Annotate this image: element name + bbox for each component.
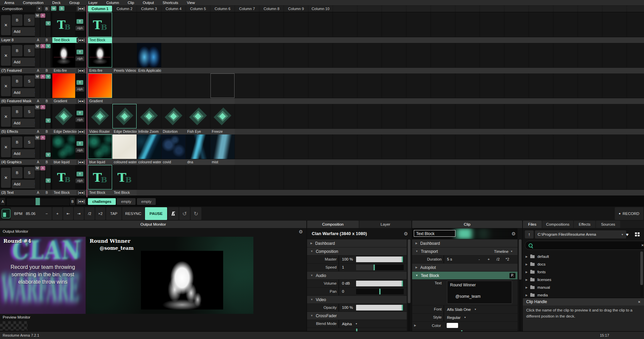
- clip-name[interactable]: Fish Eye: [186, 129, 210, 134]
- clip-cell-empty[interactable]: [333, 43, 357, 67]
- undo-button[interactable]: ↺: [179, 207, 190, 220]
- clip-cell-empty[interactable]: [137, 12, 161, 37]
- layer-active-clip-name[interactable]: blue liquid: [52, 159, 78, 165]
- clip-cell-empty[interactable]: [431, 165, 455, 189]
- section-text-block[interactable]: ▼Text BlockP.: [412, 272, 517, 279]
- layer-active-clip-name[interactable]: Edge Detection: [52, 129, 78, 134]
- layer-v-toggle[interactable]: V: [46, 44, 51, 48]
- layer-clear-button[interactable]: ✕: [1, 168, 11, 188]
- clip-cell-empty[interactable]: [480, 73, 504, 98]
- files-scrollbar-thumb[interactable]: [640, 251, 643, 285]
- transport--button[interactable]: ⇤: [63, 207, 73, 220]
- layer-alpha-label[interactable]: Alph: [76, 148, 84, 153]
- transport--button[interactable]: +: [52, 207, 62, 220]
- clip-cell-empty[interactable]: [284, 12, 308, 37]
- section-right-dropdown[interactable]: Timeline▼: [494, 249, 513, 253]
- layer-t-toggle[interactable]: T: [77, 111, 83, 115]
- param-slider[interactable]: [356, 305, 404, 310]
- clip-cell-empty[interactable]: [382, 12, 406, 37]
- column-header-empty[interactable]: [406, 6, 431, 12]
- section-dashboard[interactable]: ▶Dashboard: [307, 239, 407, 247]
- column-header-5[interactable]: Column 5: [186, 6, 210, 12]
- layer-solo-button[interactable]: S: [24, 167, 35, 178]
- layer-active-clip-thumbnail[interactable]: TB: [52, 165, 75, 189]
- layer-a-toggle[interactable]: A: [40, 74, 45, 79]
- clip-cell-empty[interactable]: [431, 104, 455, 128]
- layer-m-toggle[interactable]: M: [35, 105, 40, 109]
- clip-cell-empty[interactable]: [627, 43, 644, 67]
- layer-prev-next-buttons[interactable]: ◀▶: [77, 190, 86, 195]
- layer-clear-button[interactable]: ✕: [1, 15, 11, 35]
- clip-name[interactable]: coloured water: [137, 159, 161, 165]
- clip-cell-empty[interactable]: [602, 134, 627, 159]
- layer-active-clip-name[interactable]: Text Block: [52, 37, 78, 43]
- param-slider[interactable]: [356, 265, 404, 270]
- clip-cell-empty[interactable]: [284, 165, 308, 189]
- clip-cell-empty[interactable]: [627, 104, 644, 128]
- column-header-empty[interactable]: [455, 6, 480, 12]
- layer-active-clip-thumbnail[interactable]: [52, 104, 75, 128]
- layer-bypass-button[interactable]: B: [12, 75, 22, 87]
- layer-prev-next-buttons[interactable]: ◀▶: [77, 99, 86, 104]
- clip-cell-empty[interactable]: [235, 104, 259, 128]
- column-header-empty[interactable]: [431, 6, 455, 12]
- clip-cell-empty[interactable]: [455, 104, 480, 128]
- slider-handle[interactable]: [402, 305, 403, 310]
- clip-cell-empty[interactable]: [480, 43, 504, 67]
- layer-clear-button[interactable]: ✕: [1, 137, 11, 157]
- clip-name[interactable]: Text Block: [112, 190, 137, 195]
- clip-cell-empty[interactable]: [186, 165, 210, 189]
- clip-cell-empty[interactable]: [529, 73, 553, 98]
- layer-m-toggle[interactable]: M: [35, 74, 40, 79]
- clip-cell-empty[interactable]: [602, 12, 627, 37]
- column-header-9[interactable]: Column 9: [284, 6, 308, 12]
- clip-cell-empty[interactable]: [259, 73, 284, 98]
- folder-up-button[interactable]: ↑: [525, 230, 534, 238]
- transport--button[interactable]: −: [42, 207, 52, 220]
- layer-a-toggle[interactable]: A: [40, 13, 45, 18]
- layer-t-toggle[interactable]: T: [77, 141, 83, 146]
- layer-m-toggle[interactable]: M: [35, 135, 40, 140]
- clip-cell-empty[interactable]: [357, 104, 382, 128]
- clip-cell-empty[interactable]: [284, 43, 308, 67]
- composition-bypass-button[interactable]: B: [44, 6, 50, 11]
- layer-bypass-button[interactable]: B: [12, 167, 22, 178]
- menu-arena[interactable]: Arena: [0, 0, 18, 5]
- layer-name[interactable]: Layer 8: [1, 37, 35, 43]
- clip-name[interactable]: Freeze: [210, 129, 235, 134]
- clip-cell-empty[interactable]: [553, 104, 578, 128]
- clip-cell-empty[interactable]: [284, 73, 308, 98]
- tab-clip[interactable]: Clip: [412, 221, 522, 228]
- clip-cell-empty[interactable]: [210, 12, 235, 37]
- duration-op-1[interactable]: +: [485, 256, 493, 263]
- clip-cell-empty[interactable]: [504, 165, 529, 189]
- clip-cell-empty[interactable]: [529, 165, 553, 189]
- tab-files[interactable]: Files: [523, 221, 542, 228]
- clip-cell-empty[interactable]: [210, 165, 235, 189]
- layer-solo-button[interactable]: S: [24, 106, 35, 117]
- clip-cell-empty[interactable]: [161, 73, 186, 98]
- clip-cell-empty[interactable]: [431, 134, 455, 159]
- clip-cell-empty[interactable]: [382, 73, 406, 98]
- clip-cell-empty[interactable]: [504, 73, 529, 98]
- clip-cell-empty[interactable]: [529, 134, 553, 159]
- view-mode-grid-icon[interactable]: [633, 230, 642, 238]
- transport-pause-button[interactable]: PAUSE: [145, 207, 167, 220]
- layer-v-toggle[interactable]: V: [46, 178, 51, 183]
- layer-bypass-button[interactable]: B: [12, 45, 22, 56]
- layer-v-toggle[interactable]: V: [46, 153, 51, 157]
- section-right-button[interactable]: P.: [509, 273, 515, 278]
- clip-cell-empty[interactable]: [553, 134, 578, 159]
- duration-op-3[interactable]: *2: [503, 256, 511, 263]
- clip-cell-empty[interactable]: [284, 104, 308, 128]
- menu-deck[interactable]: Deck: [48, 0, 65, 5]
- crossfader-handle[interactable]: [36, 198, 40, 205]
- clip-cell[interactable]: [161, 134, 186, 159]
- clip-cell-empty[interactable]: [504, 134, 529, 159]
- menu-group[interactable]: Group: [65, 0, 84, 5]
- clip-name[interactable]: Edge Detection: [112, 129, 137, 134]
- clip-cell-empty[interactable]: [578, 165, 602, 189]
- clip-cell-empty[interactable]: [455, 12, 480, 37]
- clip-cell-empty[interactable]: [529, 43, 553, 67]
- clip-cell-empty[interactable]: [480, 165, 504, 189]
